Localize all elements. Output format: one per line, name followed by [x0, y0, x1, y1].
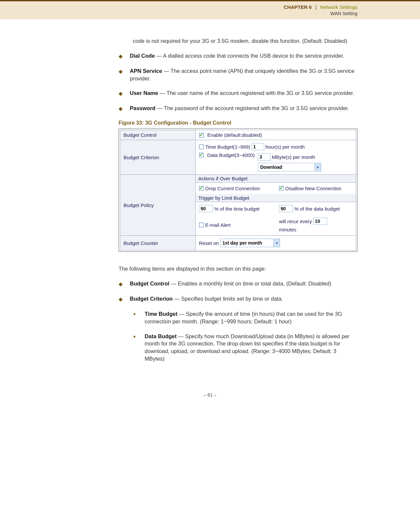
bullet-desc: — The user name of the account registere… — [158, 90, 354, 96]
diamond-icon: ◆ — [119, 68, 123, 82]
subheading: Trigger by Limit Budget — [196, 194, 356, 202]
bullet-desc: — A dialled access code that connects th… — [155, 53, 344, 59]
page-header: CHAPTER 6 | Network Settings WAN Setting — [0, 1, 420, 19]
data-budget-label: Data Budget(3~4000) — [207, 152, 255, 158]
bullet-term: APN Service — [130, 68, 162, 74]
email-alert-checkbox[interactable] — [199, 223, 204, 227]
figure-caption: Figure 33: 3G Configuration - Budget Con… — [119, 120, 357, 126]
bullet-item: ◆ User Name — The user name of the accou… — [119, 89, 357, 97]
square-icon: ■ — [133, 312, 135, 325]
diamond-icon: ◆ — [119, 90, 123, 97]
table-row: Budget Criterion Time Budget(1~999) hour… — [120, 140, 356, 175]
enable-checkbox[interactable] — [199, 133, 204, 138]
row-label: Budget Policy — [120, 175, 196, 236]
diamond-icon: ◆ — [119, 105, 123, 112]
square-icon: ■ — [133, 334, 135, 363]
bullet-term: Budget Control — [130, 281, 169, 286]
chevron-down-icon: ▾ — [315, 163, 321, 171]
data-budget-input[interactable] — [258, 153, 270, 161]
header-separator: | — [315, 4, 317, 10]
bullet-term: User Name — [130, 90, 158, 96]
subheading: Actions if Over Budget — [196, 175, 356, 183]
bullet-term: Password — [130, 105, 155, 111]
bullet-desc: — The password of the account registered… — [155, 105, 349, 111]
bullet-desc: — Enables a monthly limit on time or tot… — [169, 281, 331, 286]
subsection-label: WAN Setting — [0, 11, 357, 16]
bullet-term: Budget Criterion — [130, 296, 173, 302]
recur-pre: will recur every — [279, 219, 312, 224]
time-percent-label: % of the time budget — [214, 206, 260, 212]
time-budget-input[interactable] — [252, 143, 264, 150]
bullet-desc: — The access point name (APN) that uniqu… — [130, 68, 354, 81]
bullet-item: ◆ Budget Criterion — Specifies budget li… — [119, 295, 357, 303]
data-budget-suffix: MByte(s) per month — [272, 154, 315, 160]
diamond-icon: ◆ — [119, 281, 123, 288]
row-label: Budget Control — [120, 130, 196, 140]
diamond-icon: ◆ — [119, 296, 123, 303]
chevron-down-icon: ▾ — [273, 239, 280, 247]
section-label: Network Settings — [320, 4, 357, 10]
sub-bullet-item: ■ Data Budget — Specify how much Downloa… — [133, 333, 357, 363]
drop-connection-checkbox[interactable] — [199, 186, 204, 191]
row-label: Budget Counter — [120, 236, 196, 251]
recur-post: minutes — [279, 227, 351, 232]
data-direction-select[interactable]: Download ▾ — [258, 163, 321, 171]
time-budget-suffix: hour(s) per month — [266, 144, 305, 150]
bullet-item: ◆ Dial Code — A dialled access code that… — [119, 52, 357, 60]
disallow-new-checkbox[interactable] — [279, 186, 284, 191]
diamond-icon: ◆ — [119, 53, 123, 60]
time-budget-label: Time Budget(1~999) — [205, 144, 250, 150]
table-row: Budget Counter Reset on 1st day per mont… — [120, 236, 356, 251]
disallow-new-label: Disallow New Connection — [285, 186, 341, 191]
table-row: Budget Policy Actions if Over Budget Dro… — [120, 175, 356, 236]
time-budget-checkbox[interactable] — [199, 144, 204, 149]
bullet-desc: — Specifies budget limits set by time or… — [173, 296, 283, 302]
intro-paragraph: code is not required for your 3G or 3.5G… — [133, 37, 357, 45]
enable-label: Enable (default:disabled) — [207, 132, 262, 138]
bullet-term: Dial Code — [130, 53, 155, 59]
bullet-item: ◆ Budget Control — Enables a monthly lim… — [119, 280, 357, 288]
select-value: Download — [258, 164, 284, 170]
bullet-item: ◆ Password — The password of the account… — [119, 104, 357, 112]
email-alert-label: E-mail Alert — [205, 222, 231, 228]
table-row: Budget Control Enable (default:disabled) — [120, 130, 356, 140]
reset-on-label: Reset on — [199, 240, 219, 246]
select-value: 1st day per month — [220, 240, 264, 246]
data-budget-checkbox[interactable] — [199, 153, 204, 158]
time-percent-input[interactable] — [199, 205, 213, 212]
page-number: – 61 – — [0, 392, 420, 404]
recur-input[interactable] — [313, 218, 327, 225]
sub-bullet-item: ■ Time Budget — Specify the amount of ti… — [133, 310, 357, 325]
bullet-item: ◆ APN Service — The access point name (A… — [119, 67, 357, 82]
bullet-term: Data Budget — [145, 333, 177, 339]
drop-connection-label: Drop Current Connection — [205, 186, 260, 191]
bullet-term: Time Budget — [145, 311, 178, 317]
data-percent-input[interactable] — [279, 205, 293, 212]
chapter-label: CHAPTER 6 — [284, 4, 312, 10]
row-label: Budget Criterion — [120, 140, 196, 175]
post-paragraph: The following items are displayed in thi… — [119, 265, 357, 273]
data-percent-label: % of the data budget — [294, 206, 340, 212]
figure-frame: Budget Control Enable (default:disabled)… — [119, 129, 357, 252]
reset-day-select[interactable]: 1st day per month ▾ — [220, 239, 280, 247]
config-table: Budget Control Enable (default:disabled)… — [120, 130, 356, 251]
